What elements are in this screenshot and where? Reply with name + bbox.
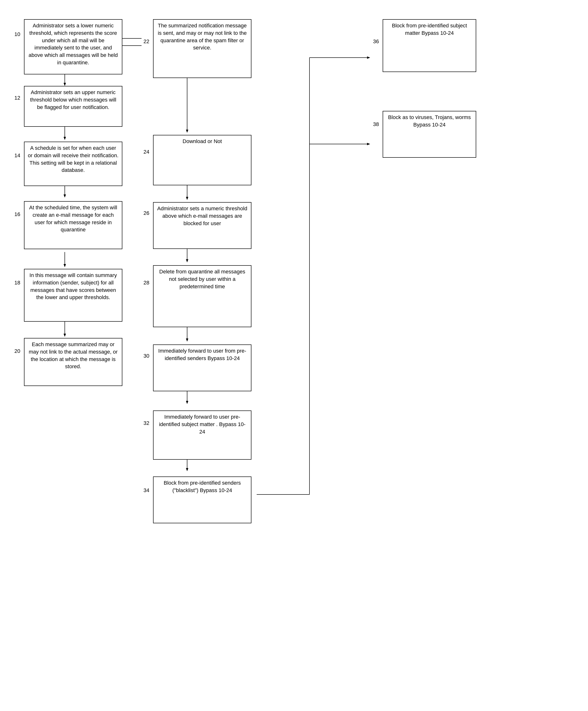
- label-12: 12: [15, 95, 20, 101]
- label-22: 22: [143, 38, 149, 45]
- svg-marker-19: [186, 401, 188, 404]
- node-22: The summarized notification message is s…: [153, 19, 251, 78]
- svg-marker-26: [367, 57, 370, 59]
- node-36: Block from pre-identified subject matter…: [383, 19, 476, 72]
- node-24: Download or Not: [153, 135, 251, 185]
- label-10: 10: [15, 31, 20, 38]
- node-28: Delete from quarantine all messages not …: [153, 265, 251, 327]
- label-34: 34: [143, 487, 149, 494]
- label-20: 20: [15, 348, 20, 354]
- node-30: Immediately forward to user from pre-ide…: [153, 344, 251, 391]
- node-10: Administrator sets a lower numeric thres…: [24, 19, 122, 74]
- svg-marker-28: [367, 143, 370, 145]
- node-14: A schedule is set for when each user or …: [24, 142, 122, 186]
- node-18: In this message will contain summary inf…: [24, 269, 122, 322]
- svg-marker-11: [186, 130, 188, 133]
- svg-marker-13: [186, 197, 188, 200]
- label-18: 18: [15, 280, 20, 286]
- svg-marker-21: [186, 468, 188, 471]
- node-16: At the scheduled time, the system will c…: [24, 201, 122, 249]
- label-30: 30: [143, 353, 149, 359]
- label-24: 24: [143, 149, 149, 155]
- label-26: 26: [143, 210, 149, 216]
- svg-marker-17: [186, 339, 188, 342]
- node-12: Administrator sets an upper numeric thre…: [24, 86, 122, 127]
- svg-marker-5: [64, 194, 66, 197]
- diagram-container: 10 Administrator sets a lower numeric th…: [0, 0, 588, 711]
- label-36: 36: [373, 38, 379, 45]
- node-34: Block from pre-identified senders ("blac…: [153, 476, 251, 523]
- label-28: 28: [143, 280, 149, 286]
- node-32: Immediately forward to user pre-identifi…: [153, 410, 251, 460]
- svg-marker-7: [64, 264, 66, 267]
- label-16: 16: [15, 211, 20, 217]
- node-38: Block as to viruses, Trojans, worms Bypa…: [383, 111, 476, 158]
- svg-marker-15: [186, 259, 188, 262]
- label-14: 14: [15, 152, 20, 159]
- label-38: 38: [373, 121, 379, 127]
- svg-marker-9: [64, 333, 66, 337]
- svg-marker-1: [64, 83, 66, 86]
- svg-marker-3: [64, 137, 66, 140]
- label-32: 32: [143, 420, 149, 426]
- node-26: Administrator sets a numeric threshold a…: [153, 202, 251, 249]
- node-20: Each message summarized may or may not l…: [24, 338, 122, 386]
